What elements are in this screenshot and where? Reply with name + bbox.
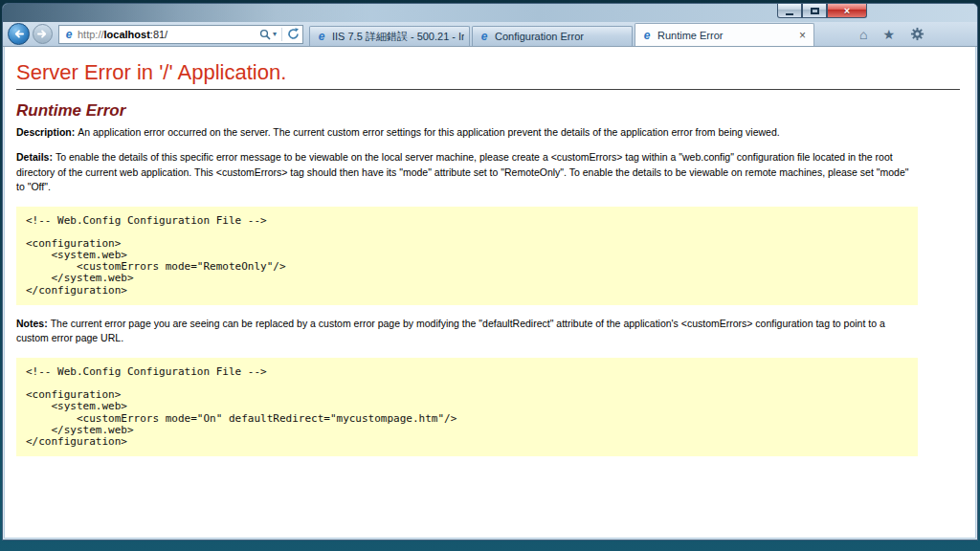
tab-runtime-error[interactable]: e Runtime Error × (635, 23, 814, 46)
tab-title: Runtime Error (657, 30, 792, 41)
back-arrow-icon (13, 29, 24, 39)
notes-paragraph: Notes:The current error page you are see… (16, 317, 918, 347)
tab-iis-error[interactable]: e IIS 7.5 詳細錯誤 - 500.21 - Int... (309, 26, 470, 46)
favorites-star-icon[interactable]: ★ (882, 28, 895, 41)
tools-gear-icon[interactable] (910, 27, 924, 41)
tab-configuration-error[interactable]: e Configuration Error (472, 26, 633, 46)
browser-toolbar: ⌂ ★ (852, 27, 977, 41)
desktop-background: × e http://localhost:81/ (0, 0, 980, 551)
tab-title: IIS 7.5 詳細錯誤 - 500.21 - Int... (332, 30, 464, 44)
ie-icon: e (478, 30, 491, 43)
description-text: An application error occurred on the ser… (78, 126, 779, 138)
url-path: :81/ (150, 29, 167, 40)
ie-favicon-icon: e (62, 28, 76, 41)
browser-window: × e http://localhost:81/ (2, 3, 978, 540)
details-text: To enable the details of this specific e… (16, 151, 908, 193)
ie-icon: e (640, 29, 654, 42)
address-bar[interactable]: e http://localhost:81/ ▾ (58, 25, 303, 44)
page-title: Server Error in '/' Application. (16, 60, 960, 85)
address-dropdown-caret-icon[interactable]: ▾ (273, 31, 277, 38)
description-paragraph: Description:An application error occurre… (16, 125, 918, 141)
navigation-bar: e http://localhost:81/ ▾ (3, 22, 977, 47)
close-button[interactable]: × (827, 4, 867, 18)
forward-arrow-icon (37, 29, 48, 39)
back-button[interactable] (8, 23, 30, 45)
error-subtitle: Runtime Error (16, 101, 960, 121)
error-page: Server Error in '/' Application. Runtime… (5, 47, 975, 538)
minimize-icon (786, 13, 793, 15)
caption-buttons: × (777, 4, 867, 18)
refresh-icon[interactable] (287, 28, 300, 40)
code-box-2: <!-- Web.Config Configuration File --> <… (16, 358, 918, 456)
details-label: Details: (16, 151, 56, 163)
notes-label: Notes: (16, 318, 51, 329)
titlebar[interactable]: × (3, 4, 977, 22)
ie-icon: e (315, 30, 328, 43)
details-paragraph: Details:To enable the details of this sp… (16, 150, 918, 195)
forward-button[interactable] (33, 24, 53, 44)
address-bar-controls: ▾ (259, 28, 300, 41)
tab-bar: e IIS 7.5 詳細錯誤 - 500.21 - Int... e Confi… (309, 23, 816, 46)
url-scheme: http:// (78, 29, 104, 40)
code-text-1: <!-- Web.Config Configuration File --> <… (26, 215, 908, 297)
maximize-icon (811, 8, 819, 14)
maximize-button[interactable] (802, 4, 827, 18)
description-label: Description: (16, 126, 78, 138)
home-icon[interactable]: ⌂ (859, 28, 867, 41)
tab-close-icon[interactable]: × (796, 30, 809, 41)
address-separator (281, 28, 282, 41)
notes-text: The current error page you are seeing ca… (16, 318, 885, 344)
minimize-button[interactable] (777, 4, 802, 18)
tab-title: Configuration Error (495, 31, 627, 42)
search-icon[interactable] (259, 29, 271, 40)
close-icon: × (844, 5, 850, 16)
code-text-2: <!-- Web.Config Configuration File --> <… (26, 366, 908, 448)
url-text[interactable]: http://localhost:81/ (78, 29, 259, 40)
title-rule (16, 89, 960, 90)
url-host: localhost (104, 29, 150, 40)
code-box-1: <!-- Web.Config Configuration File --> <… (16, 207, 918, 305)
